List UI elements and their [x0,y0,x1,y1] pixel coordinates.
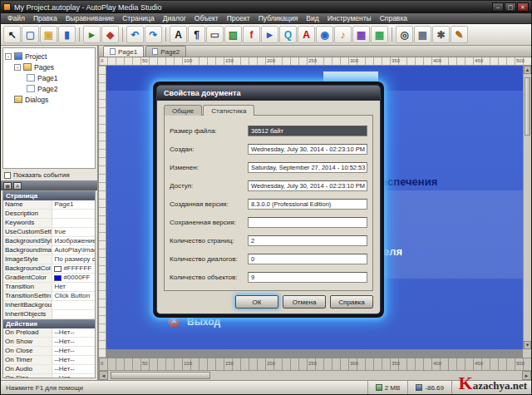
design-canvas: еспечения еля ✕ Выход ▲ ▼ [99,66,531,358]
settings-button[interactable]: ✱ [432,26,450,43]
tab-page1[interactable]: Page1 [103,46,144,57]
field-value[interactable]: Wednesday, July 30, 2014 - 02:23:10 PM [248,180,367,191]
redo-button[interactable]: ↷ [145,26,162,43]
web-button[interactable]: ◉ [316,26,333,43]
edit-button[interactable]: ✎ [451,26,468,43]
property-value: Нет [52,283,95,291]
field-value[interactable] [248,217,367,228]
tree-item-project[interactable]: - Project [5,51,93,62]
field-value[interactable]: 2 [248,235,367,246]
property-row[interactable]: UseCustomSettitrue [3,228,95,237]
minimize-button[interactable]: – [492,2,504,12]
publish-button[interactable]: ◆ [101,26,119,43]
scroll-up-arrow[interactable]: ▲ [524,66,531,74]
grid-button[interactable]: ▩ [414,26,431,43]
property-row[interactable]: NamePage1 [3,200,95,210]
datagrid-button[interactable]: ▦ [371,26,388,43]
audio-button[interactable]: ♪ [334,26,352,43]
section-actions[interactable]: Действия [3,319,95,328]
dialog-cancel-button[interactable]: Отмена [283,295,326,309]
alphabetical-icon[interactable]: A [13,182,22,190]
dialog-ok-button[interactable]: ОК [235,295,278,309]
field-label: Изменен: [170,164,248,171]
property-row[interactable]: GradientColor#0000FF [3,274,95,283]
pdf-button[interactable]: A [298,26,315,43]
property-row[interactable]: BackgroundStylИзображение [3,237,95,246]
menu-item-3[interactable]: Страница [118,14,159,22]
ruler-number: 200 [265,358,307,370]
canvas-viewport[interactable]: еспечения еля ✕ Выход ▲ ▼ [106,66,531,358]
tree-item-pages[interactable]: - Pages [14,62,93,72]
menu-item-2[interactable]: Выравнивание [62,14,119,22]
property-row[interactable]: Keywords [3,219,95,228]
property-row[interactable]: On Timer--Нет-- [3,356,95,365]
new-project-button[interactable]: ▢ [22,26,39,43]
flash-button[interactable]: f [243,26,260,43]
tree-item-dialogs[interactable]: Dialogs [14,94,93,105]
property-row[interactable]: TransitionНет [3,283,95,292]
button-button[interactable]: ▭ [206,26,224,43]
field-value[interactable]: 36512 байт [248,126,367,136]
property-row[interactable]: BackgroundCol#FFFFFF [3,264,95,274]
slideshow-button[interactable]: ▦ [352,26,370,43]
video-icon: ► [265,30,275,40]
property-row[interactable]: On Audio--Нет-- [3,365,95,374]
tree-item-page2[interactable]: Page2 [27,83,93,94]
label-button[interactable]: A [170,26,187,43]
menu-item-0[interactable]: Файл [3,14,29,22]
property-row[interactable]: Description [3,210,95,219]
dialog-titlebar[interactable]: Свойства документа [157,86,380,101]
tab-page2[interactable]: Page2 [145,46,186,57]
property-row[interactable]: BackgroundImaAutoPlay\Image [3,246,95,255]
field-value[interactable]: 8.3.0.0 (Professional Edition) [248,199,367,210]
dialog-tab-0[interactable]: Общие [164,105,202,116]
paragraph-button[interactable]: ¶ [188,26,205,43]
categorized-icon[interactable]: ▦ [3,182,12,190]
tree-item-page1[interactable]: Page1 [27,72,93,83]
video-button[interactable]: ► [261,26,278,43]
section-page[interactable]: Страница [3,191,95,200]
menu-item-8[interactable]: Вид [302,14,323,22]
scroll-left-arrow[interactable]: ◄ [99,371,108,380]
zoom-button[interactable]: ◎ [396,26,413,43]
show-events-checkbox[interactable] [4,172,11,179]
quicktime-button[interactable]: Q [279,26,297,43]
scroll-thumb[interactable] [111,372,210,379]
field-value[interactable]: 0 [248,254,367,264]
dialog-tab-1[interactable]: Статистика [203,105,254,116]
tree-label-dialogs: Dialogs [25,96,48,104]
open-button[interactable]: ▣ [40,26,57,43]
menu-item-7[interactable]: Публикация [254,14,303,22]
field-value[interactable]: 9 [248,272,367,283]
maximize-button[interactable]: ▢ [505,2,516,12]
field-value[interactable]: Wednesday, July 30, 2014 - 02:23:10 PM [248,144,367,155]
ruler-number: 200 [265,57,307,65]
image-button[interactable]: ▨ [224,26,242,43]
preview-button[interactable]: ► [83,26,101,43]
undo-button[interactable]: ↶ [126,26,144,43]
property-row[interactable]: InheritBackgrou [3,301,95,310]
menu-item-5[interactable]: Объект [190,14,223,22]
property-row[interactable]: On Close--Нет-- [3,347,95,356]
collapse-icon[interactable]: - [14,64,21,71]
property-row[interactable]: On Size--Нет-- [3,374,95,378]
menu-item-10[interactable]: Справка [376,14,411,22]
cursor-button[interactable]: ↖ [3,26,21,43]
property-row[interactable]: ImageStyleПо размеру стр [3,255,95,264]
property-row[interactable]: On Show--Нет-- [3,338,95,347]
property-row[interactable]: InheritObjects [3,310,95,319]
menu-item-9[interactable]: Инструменты [323,14,376,22]
scroll-thumb[interactable] [525,77,530,136]
property-row[interactable]: TransitionSettinClick Button [3,292,95,301]
scroll-down-arrow[interactable]: ▼ [524,341,531,349]
close-button[interactable]: ✕ [517,2,529,12]
vertical-scrollbar[interactable]: ▲ ▼ [523,66,531,349]
save-button[interactable]: ▮ [58,26,76,43]
dialog-help-button[interactable]: Справка [330,295,373,309]
property-row[interactable]: On Preload--Нет-- [3,328,95,338]
menu-item-4[interactable]: Диалог [159,14,190,22]
collapse-icon[interactable]: - [5,53,12,60]
menu-item-6[interactable]: Проект [223,14,254,22]
menu-item-1[interactable]: Правка [29,14,62,22]
field-value[interactable]: Saturday, September 27, 2014 - 10:52:53 … [248,162,367,173]
